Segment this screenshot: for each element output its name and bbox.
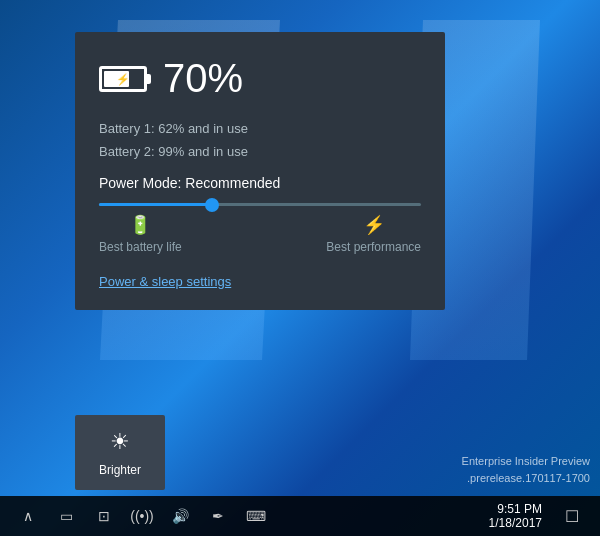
chevron-up-icon: ∧ — [23, 508, 33, 524]
slider-track — [99, 203, 421, 206]
brighter-label: Brighter — [99, 463, 141, 477]
battery-life-label: Best battery life — [99, 240, 182, 254]
input-tray-icon[interactable]: ✒ — [200, 498, 236, 534]
battery-icon: ⚡ — [99, 66, 147, 92]
battery-percent: 70% — [163, 56, 243, 101]
performance-icon: ⚡ — [363, 214, 385, 236]
clock-date: 1/18/2017 — [489, 516, 542, 530]
notification-icon: ☐ — [565, 507, 579, 526]
show-hidden-icons-button[interactable]: ∧ — [10, 498, 46, 534]
volume-tray-icon[interactable]: 🔊 — [162, 498, 198, 534]
pen-icon: ✒ — [212, 508, 224, 524]
speaker-icon: 🔊 — [172, 508, 189, 524]
performance-label: Best performance — [326, 240, 421, 254]
battery1-detail: Battery 1: 62% and in use — [99, 121, 421, 136]
clock-time: 9:51 PM — [497, 502, 542, 516]
network-tray-icon[interactable]: ((•)) — [124, 498, 160, 534]
taskbar-right: 9:51 PM 1/18/2017 ☐ — [483, 498, 600, 534]
battery2-detail: Battery 2: 99% and in use — [99, 144, 421, 159]
taskbar: ∧ ▭ ⊡ ((•)) 🔊 ✒ ⌨ 9:51 PM 1/18/2017 — [0, 496, 600, 536]
battery-icon-wrap: ⚡ — [99, 66, 147, 92]
power-mode-label: Power Mode: Recommended — [99, 175, 421, 191]
taskbar-left: ∧ ▭ ⊡ ((•)) 🔊 ✒ ⌨ — [0, 498, 274, 534]
keyboard-tray-icon[interactable]: ⌨ — [238, 498, 274, 534]
brighter-button[interactable]: ☀ Brighter — [75, 415, 165, 490]
display-icon: ⊡ — [98, 508, 110, 524]
battery-panel: ⚡ 70% Battery 1: 62% and in use Battery … — [75, 32, 445, 310]
battery-small-icon: ▭ — [60, 508, 73, 524]
brightness-icon: ☀ — [110, 429, 130, 455]
power-settings-link[interactable]: Power & sleep settings — [99, 274, 231, 289]
clock-area[interactable]: 9:51 PM 1/18/2017 — [483, 502, 548, 530]
wifi-icon: ((•)) — [130, 508, 154, 524]
notification-center-button[interactable]: ☐ — [554, 498, 590, 534]
keyboard-icon: ⌨ — [246, 508, 266, 524]
watermark-line1: Enterprise Insider Preview — [462, 453, 590, 470]
power-label-right: ⚡ Best performance — [326, 214, 421, 254]
battery-tray-icon[interactable]: ▭ — [48, 498, 84, 534]
slider-fill — [99, 203, 212, 206]
battery-life-icon: 🔋 — [129, 214, 151, 236]
power-labels: 🔋 Best battery life ⚡ Best performance — [99, 214, 421, 254]
slider-thumb[interactable] — [205, 198, 219, 212]
display-tray-icon[interactable]: ⊡ — [86, 498, 122, 534]
battery-charge-icon: ⚡ — [116, 72, 130, 85]
watermark: Enterprise Insider Preview .prerelease.1… — [462, 453, 590, 486]
watermark-line2: .prerelease.170117-1700 — [462, 470, 590, 487]
power-label-left: 🔋 Best battery life — [99, 214, 182, 254]
battery-header: ⚡ 70% — [99, 56, 421, 101]
power-slider-container[interactable] — [99, 203, 421, 206]
